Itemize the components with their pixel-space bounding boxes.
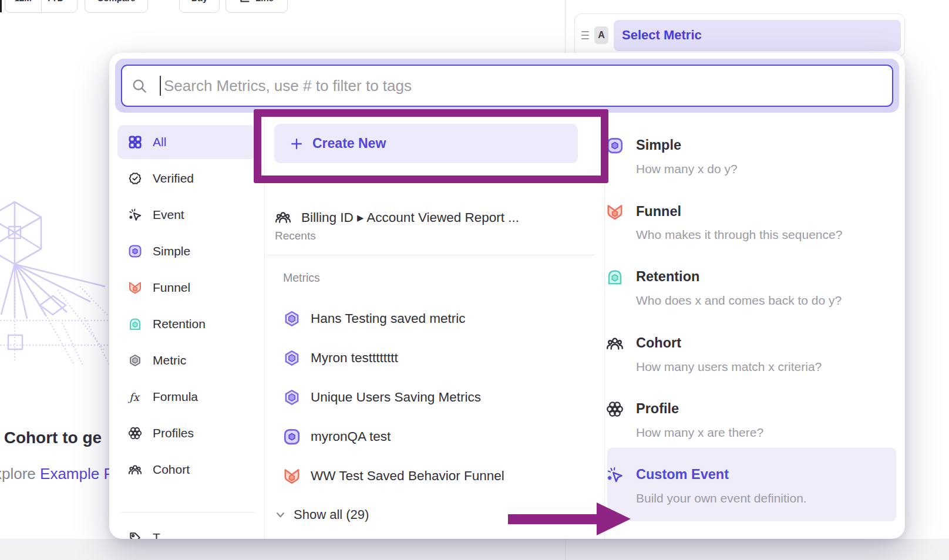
sidebar-item-profiles[interactable]: Profiles [117, 416, 256, 450]
cohort-people-icon [275, 209, 291, 225]
verified-seal-icon [128, 171, 142, 185]
show-all-button[interactable]: Show all (29) [276, 507, 369, 522]
app-canvas: 12M YTD Compare Day Line [0, 0, 949, 560]
metric-list-item[interactable]: Myron testttttttt [283, 349, 398, 367]
metric-hexagon-purple-icon [283, 349, 301, 367]
custom-event-card[interactable] [607, 448, 896, 521]
compare-button[interactable]: Compare [85, 0, 148, 13]
sidebar-divider [122, 512, 254, 512]
type-profile-title[interactable]: Profile [636, 401, 679, 417]
search-icon [132, 78, 147, 94]
type-retention-desc: Who does x and comes back to do y? [636, 294, 842, 308]
metric-hexagon-purple-icon [283, 310, 301, 328]
range-12m-button[interactable]: 12M [5, 0, 41, 12]
metric-list-item[interactable]: Unique Users Saving Metrics [283, 389, 481, 406]
type-cohort-desc: How many users match x criteria? [636, 360, 822, 374]
search-box[interactable] [121, 65, 893, 107]
chart-type-line-button[interactable]: Line [226, 0, 288, 13]
annotation-arrowhead-icon [597, 502, 631, 535]
sidebar-item-simple[interactable]: Simple [117, 234, 256, 268]
grid-icon [128, 135, 142, 149]
type-retention-title[interactable]: Retention [636, 269, 699, 285]
sidebar-item-cohort[interactable]: Cohort [117, 453, 256, 487]
profiles-cluster-icon [128, 426, 142, 440]
funnel-badge-icon [606, 203, 624, 221]
line-chart-icon [240, 0, 250, 3]
funnel-badge-icon [128, 281, 142, 295]
type-cohort-title[interactable]: Cohort [636, 335, 681, 351]
retention-badge-icon [128, 317, 142, 331]
sidebar-item-verified[interactable]: Verified [117, 161, 256, 195]
annotation-arrow [508, 514, 597, 524]
bottom-strip [0, 539, 949, 560]
cohort-people-icon [128, 463, 142, 477]
example-link[interactable]: Example R [40, 465, 115, 483]
recents-divider [267, 255, 595, 255]
search-input[interactable] [163, 76, 892, 96]
chevron-down-icon [276, 512, 285, 518]
metric-hexagon-icon [128, 353, 142, 367]
event-cursor-icon [128, 208, 142, 222]
sidebar-item-formula[interactable]: ƒx Formula [117, 380, 256, 414]
metric-list-item[interactable]: WW Test Saved Behavior Funnel [283, 467, 504, 485]
metric-list-item[interactable]: myronQA test [283, 428, 391, 446]
type-funnel-desc: Who makes it through this sequence? [636, 228, 842, 242]
formula-fx-icon: ƒx [128, 390, 142, 404]
select-metric-button[interactable]: Select Metric [614, 20, 901, 51]
metric-hexagon-purple-icon [283, 389, 301, 406]
custom-event-icon [606, 466, 624, 484]
interval-day-button[interactable]: Day [179, 0, 220, 13]
sidebar-item-retention[interactable]: Retention [117, 307, 256, 341]
retention-badge-icon [606, 268, 624, 286]
svg-text:ƒx: ƒx [128, 391, 140, 403]
type-profile-desc: How many x are there? [636, 426, 763, 440]
range-ytd-button[interactable]: YTD [41, 0, 78, 12]
search-halo [115, 59, 899, 113]
sidebar-item-event[interactable]: Event [117, 198, 256, 232]
sidebar-item-metric[interactable]: Metric [117, 343, 256, 377]
cohort-people-icon [606, 335, 624, 352]
funnel-badge-icon [283, 467, 301, 485]
empty-state-subline: xplore Example R [0, 465, 115, 483]
subline-gray-text: xplore [0, 465, 40, 483]
recent-item-billing[interactable]: Billing ID ▸ Account Viewed Report ... [275, 209, 519, 225]
drag-handle-icon[interactable] [581, 31, 589, 39]
profiles-cluster-icon [606, 400, 624, 418]
type-custom-event-desc: Build your own event definition. [636, 491, 807, 505]
metric-list-item[interactable]: Hans Testing saved metric [283, 310, 465, 328]
type-funnel-title[interactable]: Funnel [636, 204, 681, 220]
type-custom-event-title[interactable]: Custom Event [636, 467, 729, 483]
type-simple-desc: How many x do y? [636, 162, 738, 176]
metrics-heading: Metrics [283, 271, 320, 285]
type-simple-title[interactable]: Simple [636, 137, 681, 153]
text-caret [160, 76, 161, 96]
simple-badge-icon [283, 428, 301, 446]
chart-edge-mark [0, 0, 2, 12]
tag-icon [128, 531, 142, 539]
sidebar-item-partial[interactable]: T [117, 521, 256, 539]
empty-state-headline: r Cohort to ge [0, 429, 102, 447]
recents-heading: Recents [275, 230, 316, 242]
date-range-control[interactable]: 12M YTD [5, 0, 78, 13]
series-a-badge: A [594, 26, 608, 44]
sidebar-item-all[interactable]: All [117, 125, 256, 159]
annotation-box-create-new [254, 109, 608, 183]
sidebar-item-funnel[interactable]: Funnel [117, 271, 256, 305]
simple-badge-icon [128, 244, 142, 258]
metric-slot-card: A Select Metric [574, 14, 905, 57]
simple-badge-icon [606, 137, 624, 154]
